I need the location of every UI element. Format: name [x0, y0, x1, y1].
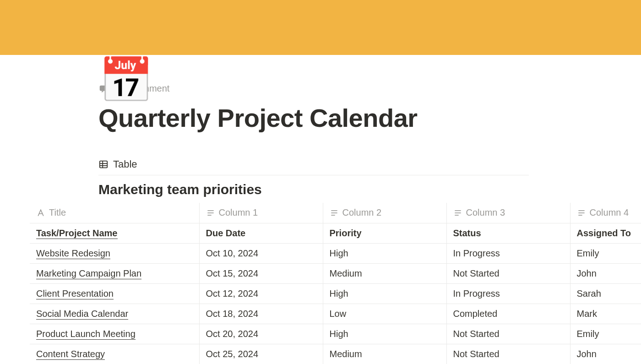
- page-icon[interactable]: 📅: [98, 58, 153, 102]
- table-row[interactable]: Social Media CalendarOct 18, 2024LowComp…: [30, 304, 641, 324]
- cell-col1[interactable]: Oct 12, 2024: [199, 283, 323, 304]
- cell-title[interactable]: Client Presentation: [30, 283, 199, 304]
- cell-title[interactable]: Product Launch Meeting: [30, 324, 199, 344]
- database-title[interactable]: Marketing team priorities: [98, 182, 623, 197]
- column-header-label: Column 2: [342, 207, 382, 218]
- cell-col1[interactable]: Oct 15, 2024: [199, 263, 323, 283]
- text-property-icon: [206, 208, 215, 217]
- view-tabs-divider: [98, 175, 529, 175]
- column-header-4[interactable]: Column 4: [570, 203, 641, 223]
- column-header-3[interactable]: Column 3: [446, 203, 570, 223]
- column-header-label: Title: [49, 207, 66, 218]
- cell-col1[interactable]: Due Date: [199, 223, 323, 243]
- table-row[interactable]: Marketing Campaign PlanOct 15, 2024Mediu…: [30, 263, 641, 283]
- cell-col4[interactable]: Emily: [570, 324, 641, 344]
- page-cover: [0, 0, 641, 55]
- table-row[interactable]: Content StrategyOct 25, 2024MediumNot St…: [30, 344, 641, 364]
- database-table: Title Column 1: [30, 203, 641, 364]
- column-header-1[interactable]: Column 1: [199, 203, 323, 223]
- table-row[interactable]: Product Launch MeetingOct 20, 2024HighNo…: [30, 324, 641, 344]
- table-row[interactable]: Client PresentationOct 12, 2024HighIn Pr…: [30, 283, 641, 304]
- cell-title[interactable]: Task/Project Name: [30, 223, 199, 243]
- table-header-row: Title Column 1: [30, 203, 641, 223]
- cell-col4[interactable]: John: [570, 344, 641, 364]
- cell-col4[interactable]: Sarah: [570, 283, 641, 304]
- table-icon: [98, 159, 109, 169]
- cell-col3[interactable]: In Progress: [446, 283, 570, 304]
- cell-col4[interactable]: Mark: [570, 304, 641, 324]
- column-header-title[interactable]: Title: [30, 203, 199, 223]
- text-property-icon: [577, 208, 586, 217]
- cell-col1[interactable]: Oct 10, 2024: [199, 243, 323, 263]
- cell-title[interactable]: Website Redesign: [30, 243, 199, 263]
- column-header-label: Column 4: [590, 207, 629, 218]
- cell-title[interactable]: Social Media Calendar: [30, 304, 199, 324]
- page-title[interactable]: Quarterly Project Calendar: [98, 103, 623, 133]
- cell-col2[interactable]: Priority: [323, 223, 446, 243]
- column-header-label: Column 1: [219, 207, 258, 218]
- cell-col4[interactable]: Emily: [570, 243, 641, 263]
- cell-col2[interactable]: Low: [323, 304, 446, 324]
- title-property-icon: [36, 208, 45, 217]
- cell-title[interactable]: Marketing Campaign Plan: [30, 263, 199, 283]
- cell-title[interactable]: Content Strategy: [30, 344, 199, 364]
- cell-col3[interactable]: Status: [446, 223, 570, 243]
- table-row[interactable]: Task/Project NameDue DatePriorityStatusA…: [30, 223, 641, 243]
- cell-col3[interactable]: In Progress: [446, 243, 570, 263]
- cell-col3[interactable]: Not Started: [446, 344, 570, 364]
- text-property-icon: [330, 208, 339, 217]
- cell-col4[interactable]: Assigned To: [570, 223, 641, 243]
- view-tab-label: Table: [113, 158, 137, 170]
- cell-col1[interactable]: Oct 25, 2024: [199, 344, 323, 364]
- svg-rect-1: [100, 161, 108, 168]
- cell-col2[interactable]: Medium: [323, 263, 446, 283]
- add-comment-button[interactable]: Add comment: [98, 83, 623, 94]
- view-tab-table[interactable]: Table: [98, 158, 623, 170]
- cell-col3[interactable]: Completed: [446, 304, 570, 324]
- cell-col2[interactable]: High: [323, 283, 446, 304]
- text-property-icon: [453, 208, 462, 217]
- cell-col4[interactable]: John: [570, 263, 641, 283]
- cell-col3[interactable]: Not Started: [446, 324, 570, 344]
- cell-col1[interactable]: Oct 18, 2024: [199, 304, 323, 324]
- column-header-2[interactable]: Column 2: [323, 203, 446, 223]
- cell-col3[interactable]: Not Started: [446, 263, 570, 283]
- cell-col1[interactable]: Oct 20, 2024: [199, 324, 323, 344]
- cell-col2[interactable]: Medium: [323, 344, 446, 364]
- column-header-label: Column 3: [466, 207, 505, 218]
- cell-col2[interactable]: High: [323, 243, 446, 263]
- table-row[interactable]: Website RedesignOct 10, 2024HighIn Progr…: [30, 243, 641, 263]
- cell-col2[interactable]: High: [323, 324, 446, 344]
